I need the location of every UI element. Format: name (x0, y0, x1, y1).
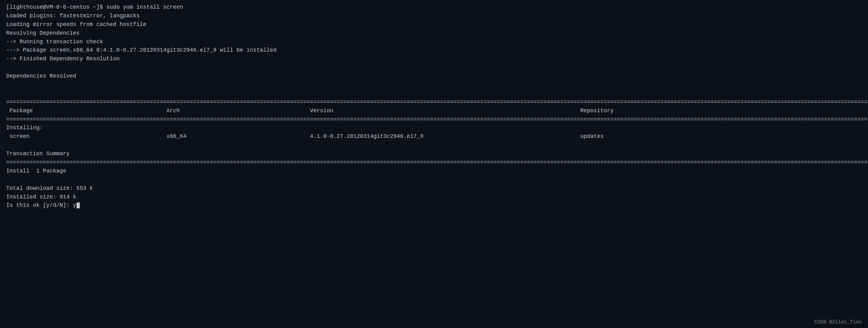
terminal-line-sep2: ========================================… (6, 115, 862, 124)
terminal-line-installing: Installing: (6, 124, 862, 132)
terminal-line-package: ---> Package screen.x86_64 0:4.1.0-0.27.… (6, 46, 862, 55)
terminal-line-finished: --> Finished Dependency Resolution (6, 55, 862, 63)
terminal-line-total-dl: Total download size: 553 k (6, 184, 862, 193)
terminal-line-mirror: Loading mirror speeds from cached hostfi… (6, 21, 862, 29)
terminal-line-empty3 (6, 89, 862, 98)
terminal-line-plugins: Loaded plugins: fastestmirror, langpacks (6, 12, 862, 21)
terminal-line-screen-pkg: screen x86_64 4.1.0-0.27.20120314git3c29… (6, 132, 862, 141)
terminal-line-deps: Dependencies Resolved (6, 72, 862, 81)
terminal-line-empty4 (6, 141, 862, 150)
cursor-blink (76, 203, 80, 209)
terminal-line-prompt: Is this ok [y/d/N]: y (6, 201, 862, 210)
terminal-window: [lighthouse@VM-0-6-centos ~]$ sudo yum i… (0, 0, 868, 328)
terminal-line-sep3: ========================================… (6, 158, 862, 167)
terminal-line-resolving: Resolving Dependencies (6, 29, 862, 38)
terminal-line-installed-size: Installed size: 914 k (6, 193, 862, 202)
terminal-line-header: Package Arch Version Repository (6, 107, 862, 115)
watermark: CSDN @Zilei_Tian (814, 319, 862, 325)
terminal-line-empty2 (6, 81, 862, 89)
terminal-line-empty1 (6, 63, 862, 72)
terminal-line-tx-summary: Transaction Summary (6, 150, 862, 158)
terminal-output: [lighthouse@VM-0-6-centos ~]$ sudo yum i… (6, 3, 862, 210)
terminal-line-empty5 (6, 176, 862, 184)
terminal-line-running: --> Running transaction check (6, 38, 862, 47)
terminal-line-cmd: [lighthouse@VM-0-6-centos ~]$ sudo yum i… (6, 3, 862, 12)
terminal-line-install-count: Install 1 Package (6, 167, 862, 176)
terminal-line-sep1: ========================================… (6, 98, 862, 107)
